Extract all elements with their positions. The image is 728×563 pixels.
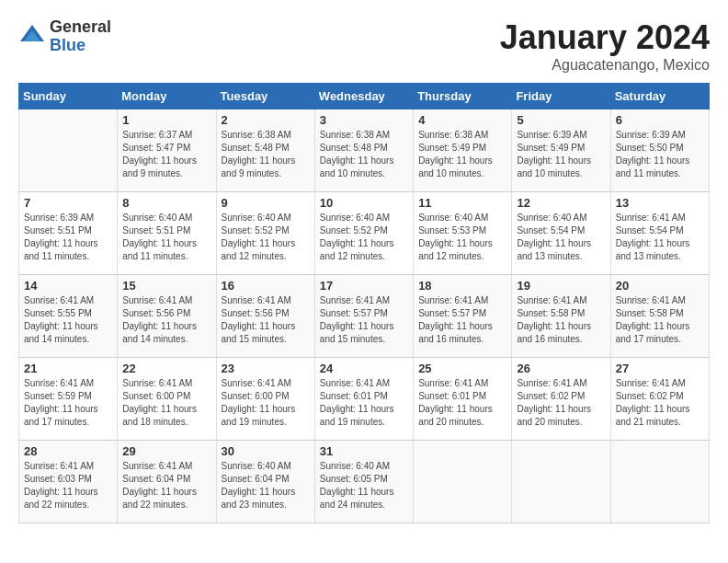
day-info: Sunrise: 6:41 AMSunset: 5:58 PMDaylight:…: [517, 294, 605, 346]
logo-icon: [18, 23, 46, 51]
day-number: 2: [222, 113, 310, 127]
day-number: 20: [616, 279, 704, 293]
calendar-week-row: 21Sunrise: 6:41 AMSunset: 5:59 PMDayligh…: [19, 358, 710, 441]
calendar-cell: 27Sunrise: 6:41 AMSunset: 6:02 PMDayligh…: [610, 358, 709, 441]
calendar-cell: 19Sunrise: 6:41 AMSunset: 5:58 PMDayligh…: [512, 275, 610, 358]
day-info: Sunrise: 6:41 AMSunset: 5:55 PMDaylight:…: [24, 294, 112, 346]
header-thursday: Thursday: [414, 84, 512, 109]
calendar-cell: 30Sunrise: 6:40 AMSunset: 6:04 PMDayligh…: [216, 441, 314, 523]
day-info: Sunrise: 6:40 AMSunset: 5:51 PMDaylight:…: [122, 212, 210, 263]
calendar-cell: [512, 441, 610, 523]
calendar-cell: 9Sunrise: 6:40 AMSunset: 5:52 PMDaylight…: [216, 192, 314, 275]
day-info: Sunrise: 6:41 AMSunset: 5:57 PMDaylight:…: [418, 294, 506, 346]
day-info: Sunrise: 6:39 AMSunset: 5:49 PMDaylight:…: [517, 129, 605, 180]
day-number: 18: [418, 279, 506, 293]
day-info: Sunrise: 6:38 AMSunset: 5:48 PMDaylight:…: [320, 129, 408, 180]
calendar-cell: 12Sunrise: 6:40 AMSunset: 5:54 PMDayligh…: [512, 192, 610, 275]
calendar-cell: 15Sunrise: 6:41 AMSunset: 5:56 PMDayligh…: [118, 275, 216, 358]
day-number: 16: [222, 279, 310, 293]
calendar-cell: 3Sunrise: 6:38 AMSunset: 5:48 PMDaylight…: [314, 109, 413, 192]
calendar-cell: 1Sunrise: 6:37 AMSunset: 5:47 PMDaylight…: [118, 109, 216, 192]
calendar-cell: 4Sunrise: 6:38 AMSunset: 5:49 PMDaylight…: [414, 109, 512, 192]
day-number: 23: [222, 362, 310, 375]
day-number: 10: [320, 196, 408, 210]
calendar-cell: 14Sunrise: 6:41 AMSunset: 5:55 PMDayligh…: [19, 275, 118, 358]
day-number: 11: [418, 196, 506, 210]
header-tuesday: Tuesday: [216, 84, 314, 109]
calendar-cell: 10Sunrise: 6:40 AMSunset: 5:52 PMDayligh…: [314, 192, 413, 275]
calendar-cell: 28Sunrise: 6:41 AMSunset: 6:03 PMDayligh…: [19, 441, 118, 523]
day-number: 3: [320, 113, 408, 127]
calendar-week-row: 7Sunrise: 6:39 AMSunset: 5:51 PMDaylight…: [19, 192, 710, 275]
day-number: 17: [320, 279, 408, 293]
calendar-cell: 8Sunrise: 6:40 AMSunset: 5:51 PMDaylight…: [118, 192, 216, 275]
day-info: Sunrise: 6:41 AMSunset: 5:54 PMDaylight:…: [616, 212, 704, 263]
day-info: Sunrise: 6:39 AMSunset: 5:50 PMDaylight:…: [616, 129, 704, 180]
calendar-cell: 5Sunrise: 6:39 AMSunset: 5:49 PMDaylight…: [512, 109, 610, 192]
day-number: 12: [517, 196, 605, 210]
calendar-cell: 26Sunrise: 6:41 AMSunset: 6:02 PMDayligh…: [512, 358, 610, 441]
day-number: 30: [222, 444, 310, 458]
day-info: Sunrise: 6:40 AMSunset: 6:05 PMDaylight:…: [320, 460, 408, 511]
day-info: Sunrise: 6:41 AMSunset: 6:00 PMDaylight:…: [222, 377, 310, 429]
day-number: 1: [122, 113, 210, 127]
calendar-cell: [610, 441, 709, 523]
day-info: Sunrise: 6:39 AMSunset: 5:51 PMDaylight:…: [24, 212, 112, 263]
calendar-cell: [414, 441, 512, 523]
calendar-cell: 6Sunrise: 6:39 AMSunset: 5:50 PMDaylight…: [610, 109, 709, 192]
day-info: Sunrise: 6:40 AMSunset: 6:04 PMDaylight:…: [222, 460, 310, 511]
logo-text: General Blue: [50, 18, 111, 55]
day-number: 7: [24, 196, 112, 210]
day-number: 22: [122, 362, 210, 375]
calendar-week-row: 1Sunrise: 6:37 AMSunset: 5:47 PMDaylight…: [19, 109, 710, 192]
calendar-cell: 11Sunrise: 6:40 AMSunset: 5:53 PMDayligh…: [414, 192, 512, 275]
day-info: Sunrise: 6:41 AMSunset: 5:58 PMDaylight:…: [616, 294, 704, 346]
weekday-header-row: SundayMondayTuesdayWednesdayThursdayFrid…: [19, 84, 710, 109]
calendar-cell: 21Sunrise: 6:41 AMSunset: 5:59 PMDayligh…: [19, 358, 118, 441]
day-info: Sunrise: 6:41 AMSunset: 6:01 PMDaylight:…: [320, 377, 408, 429]
day-number: 26: [517, 362, 605, 375]
day-number: 28: [24, 444, 112, 458]
day-info: Sunrise: 6:41 AMSunset: 6:00 PMDaylight:…: [122, 377, 210, 429]
header-saturday: Saturday: [610, 84, 709, 109]
day-number: 4: [418, 113, 506, 127]
day-number: 8: [122, 196, 210, 210]
day-number: 6: [616, 113, 704, 127]
header-sunday: Sunday: [19, 84, 118, 109]
day-number: 5: [517, 113, 605, 127]
day-info: Sunrise: 6:40 AMSunset: 5:54 PMDaylight:…: [517, 212, 605, 263]
day-number: 25: [418, 362, 506, 375]
calendar-table: SundayMondayTuesdayWednesdayThursdayFrid…: [18, 83, 710, 523]
title-block: January 2024 Aguacatenango, Mexico: [500, 18, 710, 74]
calendar-cell: 13Sunrise: 6:41 AMSunset: 5:54 PMDayligh…: [610, 192, 709, 275]
month-title: January 2024: [500, 18, 710, 57]
calendar-week-row: 28Sunrise: 6:41 AMSunset: 6:03 PMDayligh…: [19, 441, 710, 523]
calendar-cell: [19, 109, 118, 192]
day-info: Sunrise: 6:37 AMSunset: 5:47 PMDaylight:…: [122, 129, 210, 180]
day-number: 24: [320, 362, 408, 375]
logo: General Blue: [18, 18, 111, 55]
calendar-cell: 24Sunrise: 6:41 AMSunset: 6:01 PMDayligh…: [314, 358, 413, 441]
day-info: Sunrise: 6:41 AMSunset: 6:02 PMDaylight:…: [517, 377, 605, 429]
day-info: Sunrise: 6:40 AMSunset: 5:52 PMDaylight:…: [222, 212, 310, 263]
calendar-cell: 2Sunrise: 6:38 AMSunset: 5:48 PMDaylight…: [216, 109, 314, 192]
day-info: Sunrise: 6:38 AMSunset: 5:48 PMDaylight:…: [222, 129, 310, 180]
day-info: Sunrise: 6:41 AMSunset: 6:01 PMDaylight:…: [418, 377, 506, 429]
calendar-week-row: 14Sunrise: 6:41 AMSunset: 5:55 PMDayligh…: [19, 275, 710, 358]
calendar-cell: 18Sunrise: 6:41 AMSunset: 5:57 PMDayligh…: [414, 275, 512, 358]
calendar-cell: 16Sunrise: 6:41 AMSunset: 5:56 PMDayligh…: [216, 275, 314, 358]
day-number: 29: [122, 444, 210, 458]
calendar-cell: 31Sunrise: 6:40 AMSunset: 6:05 PMDayligh…: [314, 441, 413, 523]
day-number: 13: [616, 196, 704, 210]
calendar-cell: 7Sunrise: 6:39 AMSunset: 5:51 PMDaylight…: [19, 192, 118, 275]
day-info: Sunrise: 6:41 AMSunset: 5:59 PMDaylight:…: [24, 377, 112, 429]
day-number: 21: [24, 362, 112, 375]
day-info: Sunrise: 6:41 AMSunset: 6:02 PMDaylight:…: [616, 377, 704, 429]
calendar-cell: 29Sunrise: 6:41 AMSunset: 6:04 PMDayligh…: [118, 441, 216, 523]
day-info: Sunrise: 6:41 AMSunset: 5:56 PMDaylight:…: [222, 294, 310, 346]
header-wednesday: Wednesday: [314, 84, 413, 109]
logo-general: General: [50, 18, 111, 37]
day-info: Sunrise: 6:41 AMSunset: 6:04 PMDaylight:…: [122, 460, 210, 511]
page-header: General Blue January 2024 Aguacatenango,…: [18, 18, 710, 74]
day-info: Sunrise: 6:40 AMSunset: 5:52 PMDaylight:…: [320, 212, 408, 263]
